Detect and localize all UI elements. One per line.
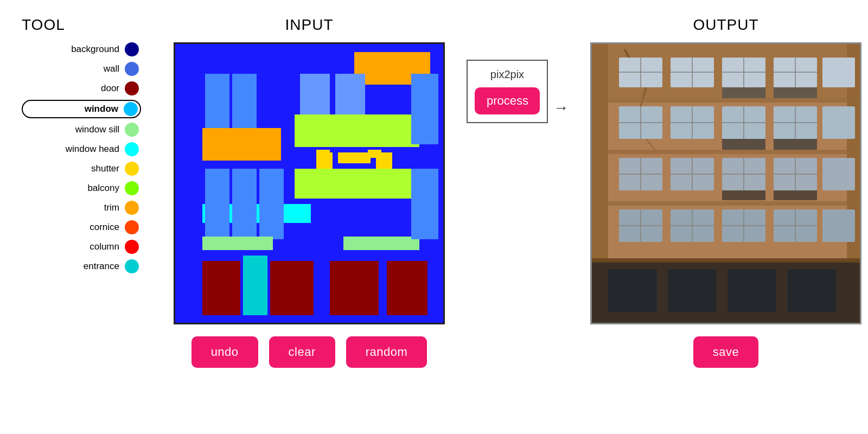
tool-item-entrance[interactable]: entrance xyxy=(22,258,141,275)
svg-rect-7 xyxy=(202,128,281,161)
svg-rect-13 xyxy=(205,169,229,239)
segmentation-map xyxy=(175,44,445,324)
tool-item-label-balcony: balcony xyxy=(87,183,119,194)
tool-item-label-wall: wall xyxy=(104,63,119,74)
color-dot-door xyxy=(125,81,139,95)
tool-item-door[interactable]: door xyxy=(22,80,141,97)
tool-item-label-shutter: shutter xyxy=(91,163,119,174)
svg-rect-17 xyxy=(343,237,419,250)
svg-rect-18 xyxy=(202,261,240,315)
tool-item-label-window-sill: window sill xyxy=(75,124,119,135)
color-dot-background xyxy=(125,42,139,56)
output-buttons: save xyxy=(693,336,758,368)
main-layout: TOOL backgroundwalldoorwindowwindow sill… xyxy=(0,0,868,434)
svg-rect-22 xyxy=(243,256,267,315)
pix2pix-label: pix2pix xyxy=(490,68,524,81)
svg-rect-14 xyxy=(232,169,257,239)
color-dot-trim xyxy=(125,201,139,215)
tool-item-window-sill[interactable]: window sill xyxy=(22,122,141,138)
color-dot-window-head xyxy=(125,142,139,156)
tool-item-label-window-head: window head xyxy=(66,144,119,155)
tool-item-balcony[interactable]: balcony xyxy=(22,180,141,196)
undo-button[interactable]: undo xyxy=(192,336,258,368)
svg-rect-9 xyxy=(338,152,371,163)
tool-title: TOOL xyxy=(22,16,141,34)
svg-rect-16 xyxy=(202,237,273,250)
svg-rect-24 xyxy=(411,169,438,239)
svg-rect-19 xyxy=(270,261,314,315)
tool-item-trim[interactable]: trim xyxy=(22,200,141,216)
pix2pix-box: pix2pix process xyxy=(467,60,548,123)
tool-item-label-window: window xyxy=(85,104,118,114)
clear-button[interactable]: clear xyxy=(269,336,335,368)
color-dot-column xyxy=(125,240,139,254)
tool-item-wall[interactable]: wall xyxy=(22,61,141,77)
drawing-canvas[interactable] xyxy=(174,42,445,324)
svg-rect-102 xyxy=(592,44,861,324)
output-section: OUTPUT xyxy=(590,16,861,368)
svg-rect-11 xyxy=(295,169,419,199)
svg-rect-15 xyxy=(259,169,284,239)
svg-rect-6 xyxy=(295,114,419,147)
color-dot-balcony xyxy=(125,181,139,195)
svg-rect-26 xyxy=(368,150,381,158)
canvas-buttons: undo clear random xyxy=(192,336,427,368)
save-button[interactable]: save xyxy=(693,336,758,368)
tool-panel: TOOL backgroundwalldoorwindowwindow sill… xyxy=(22,16,141,278)
output-building xyxy=(592,44,861,324)
tool-item-label-cornice: cornice xyxy=(90,222,119,233)
color-dot-cornice xyxy=(125,220,139,234)
tool-item-cornice[interactable]: cornice xyxy=(22,219,141,235)
tool-item-label-entrance: entrance xyxy=(84,261,119,272)
tool-item-background[interactable]: background xyxy=(22,41,141,58)
color-dot-shutter xyxy=(125,162,139,176)
process-button[interactable]: process xyxy=(475,87,540,114)
color-dot-wall xyxy=(125,62,139,76)
tool-item-label-door: door xyxy=(101,83,119,94)
color-dot-window xyxy=(124,102,138,116)
tool-item-window-head[interactable]: window head xyxy=(22,141,141,157)
process-section: pix2pix process → xyxy=(467,60,574,123)
svg-rect-25 xyxy=(316,150,330,158)
random-button[interactable]: random xyxy=(346,336,427,368)
tool-item-window[interactable]: window xyxy=(22,100,141,118)
tool-item-label-trim: trim xyxy=(104,202,119,213)
input-title: INPUT xyxy=(285,16,334,34)
svg-rect-21 xyxy=(387,261,427,315)
tool-item-label-column: column xyxy=(90,241,119,252)
output-title: OUTPUT xyxy=(693,16,758,34)
tool-item-column[interactable]: column xyxy=(22,239,141,255)
color-dot-entrance xyxy=(125,259,139,273)
output-image xyxy=(590,42,861,324)
svg-rect-20 xyxy=(330,261,379,315)
tool-item-shutter[interactable]: shutter xyxy=(22,161,141,177)
input-section: INPUT xyxy=(174,16,445,368)
tool-item-label-background: background xyxy=(71,44,119,55)
color-dot-window-sill xyxy=(125,123,139,137)
arrow-right: → xyxy=(553,99,569,117)
svg-rect-23 xyxy=(411,74,438,144)
